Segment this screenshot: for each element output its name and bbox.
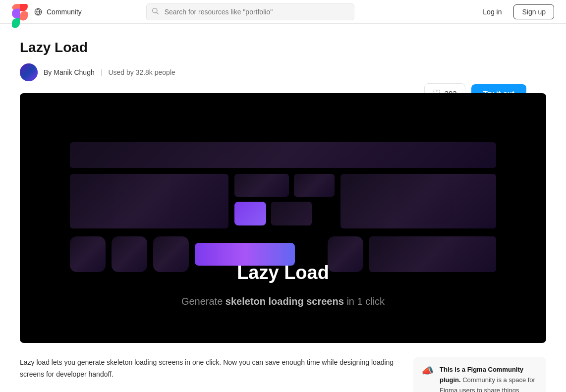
avatar xyxy=(20,63,38,81)
skeleton-circle-2 xyxy=(112,236,147,272)
skeleton-purple-rect xyxy=(234,202,266,225)
skeleton-top-rect1 xyxy=(234,174,289,197)
skeleton-right-block xyxy=(340,174,496,228)
skeleton-top-rect2 xyxy=(294,174,335,197)
skeleton-wide-right xyxy=(369,236,496,272)
login-button[interactable]: Log in xyxy=(477,5,508,19)
skeleton-dark-rect xyxy=(271,202,312,225)
author-label: By Manik Chugh xyxy=(44,68,95,76)
header: Community Log in Sign up xyxy=(0,0,566,24)
plugin-meta: By Manik Chugh | Used by 32.8k people xyxy=(20,63,546,81)
header-actions: Log in Sign up xyxy=(477,4,554,19)
content-wrapper: Lazy Load By Manik Chugh | Used by 32.8k… xyxy=(20,40,546,392)
search-container xyxy=(146,3,354,20)
skeleton-center-top xyxy=(234,174,335,197)
figma-logo[interactable] xyxy=(12,4,28,20)
skeleton-circle-3 xyxy=(153,236,189,272)
community-nav[interactable]: Community xyxy=(34,7,82,16)
author-name: Manik Chugh xyxy=(54,68,95,76)
subtitle-bold: skeleton loading screens xyxy=(226,296,344,307)
hero-title-overlay: Lazy Load xyxy=(237,262,329,283)
hero-image: Lazy Load Generate skeleton loading scre… xyxy=(20,93,546,343)
skeleton-preview xyxy=(70,142,496,274)
meta-divider: | xyxy=(101,68,103,76)
hero-title-text: Lazy Load xyxy=(237,262,329,283)
svg-point-2 xyxy=(152,8,157,12)
megaphone-icon: 📣 xyxy=(421,365,434,392)
search-icon xyxy=(151,7,159,17)
main-content: Lazy Load By Manik Chugh | Used by 32.8k… xyxy=(0,24,566,392)
skeleton-left-block xyxy=(70,174,228,228)
info-card-content: This is a Figma Community plugin. Commun… xyxy=(440,365,538,392)
bottom-area: Lazy load lets you generate skeleton loa… xyxy=(20,343,546,392)
avatar-image xyxy=(20,63,38,81)
skeleton-middle-row xyxy=(70,174,496,228)
description-text: Lazy load lets you generate skeleton loa… xyxy=(20,357,401,381)
search-input[interactable] xyxy=(146,3,354,20)
skeleton-center-bottom xyxy=(234,202,335,225)
info-card: 📣 This is a Figma Community plugin. Comm… xyxy=(413,357,546,392)
skeleton-circle-4 xyxy=(328,236,363,272)
hero-subtitle-text: Generate skeleton loading screens in 1 c… xyxy=(181,296,385,307)
subtitle-normal: Generate xyxy=(181,296,226,307)
subtitle-normal2: in 1 click xyxy=(344,296,385,307)
svg-line-3 xyxy=(157,12,159,14)
hero-subtitle: Generate skeleton loading screens in 1 c… xyxy=(181,296,385,307)
community-label: Community xyxy=(47,8,82,16)
globe-icon xyxy=(34,7,43,16)
usage-stats: Used by 32.8k people xyxy=(108,68,175,76)
skeleton-top-bar xyxy=(70,142,496,168)
page-title: Lazy Load xyxy=(20,40,546,56)
description-column: Lazy load lets you generate skeleton loa… xyxy=(20,357,401,392)
skeleton-circle-1 xyxy=(70,236,106,272)
skeleton-center-col xyxy=(234,174,335,228)
signup-button[interactable]: Sign up xyxy=(513,4,554,19)
by-prefix: By xyxy=(44,68,52,76)
